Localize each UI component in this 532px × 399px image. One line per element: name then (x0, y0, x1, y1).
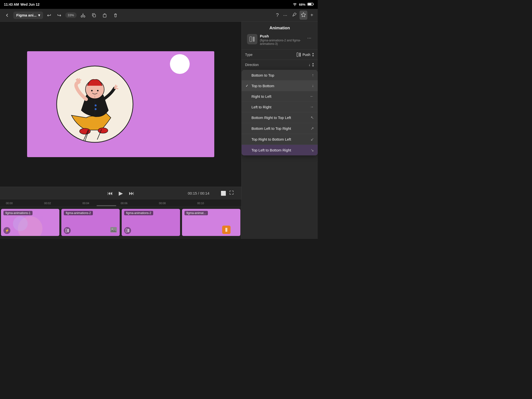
svg-rect-21 (126, 229, 127, 232)
type-value-text: Push (302, 53, 310, 57)
animation-name: Push (260, 34, 304, 38)
plugin-button[interactable] (299, 11, 307, 20)
direction-stepper[interactable]: ▲ ▼ (312, 62, 314, 67)
main-area: ⏮ ▶ ⏭ 00:15 / 00:14 ⬜ 00:00 00:02 0 (0, 22, 318, 239)
animation-thumbnail (247, 34, 257, 44)
total-time: 00:14 (200, 191, 209, 195)
ruler-marks: 00:00 00:02 00:04 00:06 00:08 00:10 (5, 202, 236, 205)
svg-rect-18 (67, 229, 69, 232)
track-icon-transition (64, 227, 71, 234)
track-item[interactable]: figma-animations-1 ⚡ (1, 209, 59, 236)
time-display: 00:15 / 00:14 (188, 191, 209, 195)
wifi-icon (293, 2, 297, 7)
svg-rect-2 (308, 3, 312, 5)
direction-icon: ↓ (309, 63, 310, 67)
toolbar-right: ? ··· + (275, 11, 315, 20)
paste-button[interactable] (100, 11, 109, 19)
direction-option-bottom-to-top[interactable]: Bottom to Top ↑ (242, 70, 318, 81)
svg-rect-22 (128, 229, 129, 232)
direction-label-br-to-tl: Bottom Right to Top Left (251, 116, 291, 120)
arrow-nw-icon: ↖ (311, 115, 314, 120)
direction-option-left-to-right[interactable]: Left to Right → (242, 102, 318, 112)
direction-option-br-to-tl[interactable]: Bottom Right to Top Left ↖ (242, 112, 318, 123)
canvas-area: ⏮ ▶ ⏭ 00:15 / 00:14 ⬜ 00:00 00:02 0 (0, 22, 241, 239)
svg-rect-6 (103, 14, 106, 17)
time: 11:43 AM (4, 2, 19, 6)
undo-button[interactable]: ↩ (45, 11, 53, 20)
track-item[interactable]: figma-animations-2 (122, 209, 180, 236)
direction-label-bl-to-tr: Bottom Left to Top Right (251, 126, 291, 131)
battery-text: 68% (299, 3, 305, 6)
cut-button[interactable] (79, 11, 87, 19)
help-button[interactable]: ? (275, 11, 280, 19)
arrow-right-icon: → (310, 105, 314, 109)
direction-option-left: Bottom Left to Top Right (246, 126, 291, 131)
direction-option-bl-to-tr[interactable]: Bottom Left to Top Right ↗ (242, 123, 318, 134)
arrow-up-icon: ↑ (312, 73, 314, 77)
direction-option-right-to-left[interactable]: Right to Left ← (242, 91, 318, 102)
frame-view-button[interactable]: ⬜ (221, 190, 226, 196)
direction-option-left: Top Right to Bottom Left (246, 137, 291, 141)
rewind-button[interactable]: ⏮ (107, 190, 113, 197)
type-label: Type (245, 53, 297, 57)
svg-rect-27 (297, 53, 298, 57)
track-label: figma-animations-2 (124, 211, 153, 215)
track-overlay-image-icon (109, 226, 118, 234)
scroll-indicator (97, 205, 116, 206)
direction-dropdown: Bottom to Top ↑ ✓ Top to Bottom ↓ Right … (242, 70, 318, 155)
track-preview (1, 209, 59, 236)
track-item[interactable]: figma-animations-2 (61, 209, 120, 236)
track-item[interactable]: figma-animat... (182, 209, 240, 236)
checkmark (246, 148, 249, 152)
status-right: 68% (293, 2, 314, 7)
canvas-viewport (0, 22, 241, 187)
panel-header: Animation Push (figma-animations-2 and f… (242, 22, 318, 50)
type-stepper[interactable]: ▲ ▼ (312, 52, 314, 57)
more-button[interactable]: ··· (282, 11, 289, 19)
svg-rect-25 (250, 37, 252, 42)
play-button[interactable]: ▶ (119, 190, 123, 197)
zoom-button[interactable]: 33% (65, 12, 77, 18)
checkmark (246, 137, 249, 141)
ruler-mark-1: 00:02 (44, 202, 82, 205)
fast-forward-button[interactable]: ⏭ (129, 190, 134, 197)
copy-button[interactable] (89, 11, 98, 19)
svg-rect-24 (225, 228, 227, 232)
svg-point-3 (81, 16, 83, 17)
direction-option-top-to-bottom[interactable]: ✓ Top to Bottom ↓ (242, 81, 318, 91)
fullscreen-button[interactable] (229, 190, 234, 196)
direction-option-tl-to-br[interactable]: Top Left to Bottom Right ↘ (242, 145, 318, 155)
svg-rect-17 (66, 229, 67, 232)
canvas-frame (27, 51, 214, 157)
ruler-mark-4: 00:08 (159, 202, 197, 205)
add-button[interactable]: + (309, 11, 315, 19)
status-left: 11:43 AM Wed Jun 12 (4, 2, 40, 6)
direction-label-tl-to-br: Top Left to Bottom Right (251, 148, 291, 152)
svg-point-4 (83, 16, 85, 17)
animation-more-button[interactable]: ··· (306, 34, 312, 42)
svg-point-8 (80, 128, 90, 134)
delete-button[interactable] (111, 11, 120, 19)
checkmark (246, 73, 249, 77)
checkmark-selected: ✓ (246, 84, 249, 88)
back-button[interactable] (3, 12, 11, 19)
direction-option-tr-to-bl[interactable]: Top Right to Bottom Left ↙ (242, 134, 318, 145)
push-icon (297, 52, 301, 57)
track-label: figma-animations-2 (64, 211, 93, 215)
date: Wed Jun 12 (20, 2, 40, 6)
arrow-down-icon: ↓ (312, 83, 314, 88)
arrow-ne-icon: ↗ (311, 126, 314, 131)
frame-buttons: ⬜ (221, 190, 234, 196)
ruler-mark-0: 00:00 (6, 202, 44, 205)
animation-desc: (figma-animations-2 and figma-animations… (260, 39, 304, 46)
direction-label-tr-to-bl: Top Right to Bottom Left (251, 137, 291, 141)
pin-button[interactable] (290, 11, 298, 20)
file-title[interactable]: Figma ani... ▾ (13, 12, 43, 19)
type-value: Push ▲ ▼ (297, 52, 314, 57)
direction-label-top-to-bottom: Top to Bottom (251, 84, 274, 88)
direction-option-left: Right to Left (246, 94, 271, 99)
svg-rect-28 (299, 53, 301, 57)
svg-rect-1 (313, 4, 314, 5)
redo-button[interactable]: ↪ (55, 11, 63, 20)
checkmark (246, 116, 249, 120)
